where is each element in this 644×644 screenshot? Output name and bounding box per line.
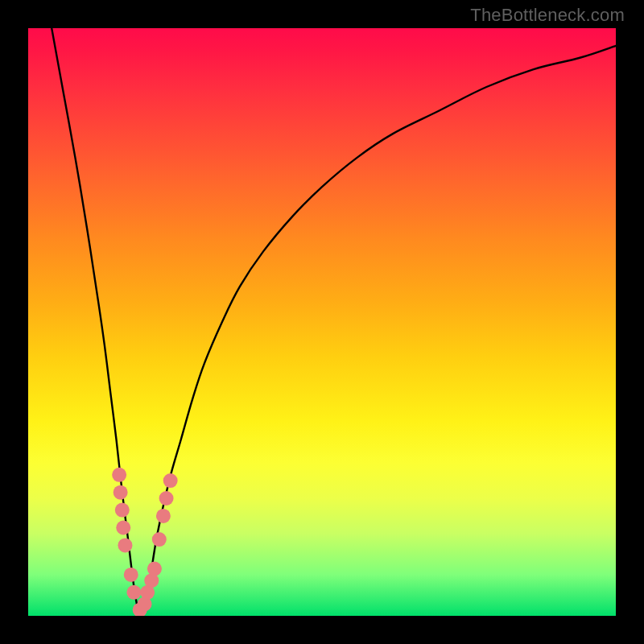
data-marker: [126, 585, 141, 600]
data-marker: [118, 538, 132, 552]
data-marker: [124, 568, 138, 582]
plot-area: [28, 28, 616, 616]
data-marker: [163, 473, 178, 488]
data-marker: [152, 532, 167, 547]
data-marker: [115, 503, 130, 518]
data-marker: [116, 521, 130, 535]
data-marker: [112, 468, 126, 482]
watermark-text: TheBottleneck.com: [470, 5, 625, 26]
data-marker: [159, 491, 174, 506]
bottleneck-curve: [52, 28, 616, 616]
data-marker: [114, 485, 128, 500]
curve-layer: [28, 28, 616, 616]
data-marker: [147, 562, 162, 576]
data-marker: [156, 509, 171, 523]
chart-frame: TheBottleneck.com: [0, 0, 644, 644]
